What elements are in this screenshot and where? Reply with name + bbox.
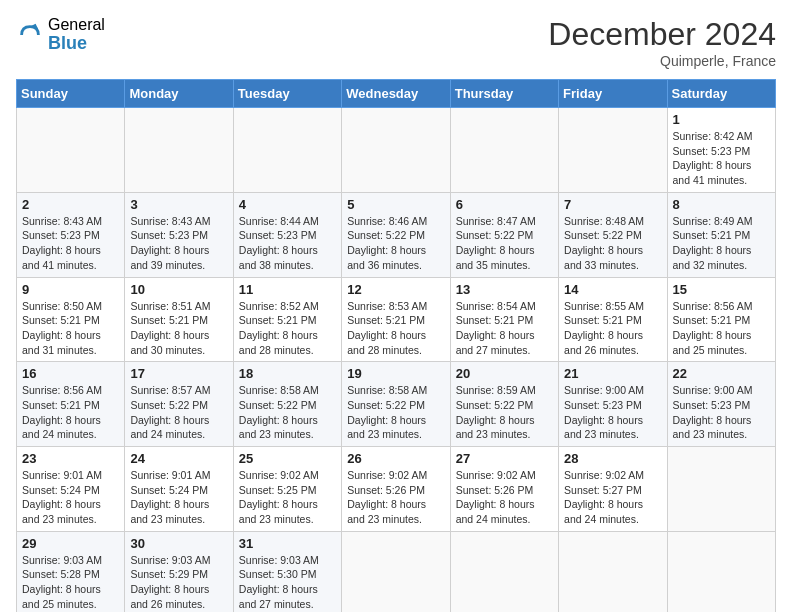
- sunrise-text: Sunrise: 9:02 AM: [456, 469, 536, 481]
- day-number: 6: [456, 197, 553, 212]
- sunset-text: Sunset: 5:27 PM: [564, 484, 642, 496]
- day-number: 22: [673, 366, 770, 381]
- daylight-text: Daylight: 8 hours and 32 minutes.: [673, 244, 752, 271]
- sunrise-text: Sunrise: 9:01 AM: [22, 469, 102, 481]
- day-info: Sunrise: 8:48 AM Sunset: 5:22 PM Dayligh…: [564, 214, 661, 273]
- sunset-text: Sunset: 5:24 PM: [22, 484, 100, 496]
- sunrise-text: Sunrise: 9:02 AM: [564, 469, 644, 481]
- day-number: 10: [130, 282, 227, 297]
- sunset-text: Sunset: 5:21 PM: [130, 314, 208, 326]
- day-number: 29: [22, 536, 119, 551]
- day-number: 15: [673, 282, 770, 297]
- day-number: 3: [130, 197, 227, 212]
- day-number: 18: [239, 366, 336, 381]
- sunrise-text: Sunrise: 8:52 AM: [239, 300, 319, 312]
- table-row: 27 Sunrise: 9:02 AM Sunset: 5:26 PM Dayl…: [450, 447, 558, 532]
- sunrise-text: Sunrise: 9:03 AM: [239, 554, 319, 566]
- table-row: 8 Sunrise: 8:49 AM Sunset: 5:21 PM Dayli…: [667, 192, 775, 277]
- logo-general: General: [48, 16, 105, 34]
- daylight-text: Daylight: 8 hours and 23 minutes.: [239, 414, 318, 441]
- sunset-text: Sunset: 5:26 PM: [347, 484, 425, 496]
- sunset-text: Sunset: 5:22 PM: [564, 229, 642, 241]
- table-row: 21 Sunrise: 9:00 AM Sunset: 5:23 PM Dayl…: [559, 362, 667, 447]
- daylight-text: Daylight: 8 hours and 36 minutes.: [347, 244, 426, 271]
- sunrise-text: Sunrise: 8:53 AM: [347, 300, 427, 312]
- table-row: 10 Sunrise: 8:51 AM Sunset: 5:21 PM Dayl…: [125, 277, 233, 362]
- table-row: 18 Sunrise: 8:58 AM Sunset: 5:22 PM Dayl…: [233, 362, 341, 447]
- location-subtitle: Quimperle, France: [548, 53, 776, 69]
- col-saturday: Saturday: [667, 80, 775, 108]
- table-row: [667, 531, 775, 612]
- daylight-text: Daylight: 8 hours and 41 minutes.: [673, 159, 752, 186]
- daylight-text: Daylight: 8 hours and 24 minutes.: [22, 414, 101, 441]
- daylight-text: Daylight: 8 hours and 39 minutes.: [130, 244, 209, 271]
- table-row: 12 Sunrise: 8:53 AM Sunset: 5:21 PM Dayl…: [342, 277, 450, 362]
- sunrise-text: Sunrise: 9:01 AM: [130, 469, 210, 481]
- sunset-text: Sunset: 5:25 PM: [239, 484, 317, 496]
- daylight-text: Daylight: 8 hours and 27 minutes.: [239, 583, 318, 610]
- table-row: 3 Sunrise: 8:43 AM Sunset: 5:23 PM Dayli…: [125, 192, 233, 277]
- sunrise-text: Sunrise: 8:50 AM: [22, 300, 102, 312]
- table-row: 23 Sunrise: 9:01 AM Sunset: 5:24 PM Dayl…: [17, 447, 125, 532]
- daylight-text: Daylight: 8 hours and 30 minutes.: [130, 329, 209, 356]
- daylight-text: Daylight: 8 hours and 38 minutes.: [239, 244, 318, 271]
- sunset-text: Sunset: 5:21 PM: [22, 399, 100, 411]
- table-row: 25 Sunrise: 9:02 AM Sunset: 5:25 PM Dayl…: [233, 447, 341, 532]
- day-info: Sunrise: 9:02 AM Sunset: 5:25 PM Dayligh…: [239, 468, 336, 527]
- sunrise-text: Sunrise: 9:00 AM: [564, 384, 644, 396]
- table-row: 5 Sunrise: 8:46 AM Sunset: 5:22 PM Dayli…: [342, 192, 450, 277]
- sunrise-text: Sunrise: 8:44 AM: [239, 215, 319, 227]
- daylight-text: Daylight: 8 hours and 23 minutes.: [22, 498, 101, 525]
- calendar-table: Sunday Monday Tuesday Wednesday Thursday…: [16, 79, 776, 612]
- sunrise-text: Sunrise: 9:02 AM: [347, 469, 427, 481]
- sunrise-text: Sunrise: 8:55 AM: [564, 300, 644, 312]
- day-info: Sunrise: 8:43 AM Sunset: 5:23 PM Dayligh…: [130, 214, 227, 273]
- day-info: Sunrise: 8:47 AM Sunset: 5:22 PM Dayligh…: [456, 214, 553, 273]
- calendar-week-row: 1 Sunrise: 8:42 AM Sunset: 5:23 PM Dayli…: [17, 108, 776, 193]
- daylight-text: Daylight: 8 hours and 23 minutes.: [239, 498, 318, 525]
- day-info: Sunrise: 9:03 AM Sunset: 5:28 PM Dayligh…: [22, 553, 119, 612]
- day-number: 30: [130, 536, 227, 551]
- day-info: Sunrise: 9:01 AM Sunset: 5:24 PM Dayligh…: [22, 468, 119, 527]
- sunset-text: Sunset: 5:22 PM: [239, 399, 317, 411]
- daylight-text: Daylight: 8 hours and 41 minutes.: [22, 244, 101, 271]
- day-info: Sunrise: 8:58 AM Sunset: 5:22 PM Dayligh…: [239, 383, 336, 442]
- day-info: Sunrise: 9:03 AM Sunset: 5:29 PM Dayligh…: [130, 553, 227, 612]
- daylight-text: Daylight: 8 hours and 33 minutes.: [564, 244, 643, 271]
- table-row: [342, 531, 450, 612]
- sunset-text: Sunset: 5:26 PM: [456, 484, 534, 496]
- table-row: 31 Sunrise: 9:03 AM Sunset: 5:30 PM Dayl…: [233, 531, 341, 612]
- day-number: 24: [130, 451, 227, 466]
- day-info: Sunrise: 8:58 AM Sunset: 5:22 PM Dayligh…: [347, 383, 444, 442]
- table-row: [233, 108, 341, 193]
- table-row: 11 Sunrise: 8:52 AM Sunset: 5:21 PM Dayl…: [233, 277, 341, 362]
- daylight-text: Daylight: 8 hours and 28 minutes.: [239, 329, 318, 356]
- sunrise-text: Sunrise: 9:00 AM: [673, 384, 753, 396]
- day-info: Sunrise: 8:49 AM Sunset: 5:21 PM Dayligh…: [673, 214, 770, 273]
- sunset-text: Sunset: 5:23 PM: [673, 399, 751, 411]
- daylight-text: Daylight: 8 hours and 23 minutes.: [347, 414, 426, 441]
- sunrise-text: Sunrise: 8:56 AM: [22, 384, 102, 396]
- calendar-week-row: 9 Sunrise: 8:50 AM Sunset: 5:21 PM Dayli…: [17, 277, 776, 362]
- daylight-text: Daylight: 8 hours and 26 minutes.: [564, 329, 643, 356]
- day-number: 11: [239, 282, 336, 297]
- day-info: Sunrise: 9:01 AM Sunset: 5:24 PM Dayligh…: [130, 468, 227, 527]
- table-row: 7 Sunrise: 8:48 AM Sunset: 5:22 PM Dayli…: [559, 192, 667, 277]
- table-row: 16 Sunrise: 8:56 AM Sunset: 5:21 PM Dayl…: [17, 362, 125, 447]
- calendar-week-row: 29 Sunrise: 9:03 AM Sunset: 5:28 PM Dayl…: [17, 531, 776, 612]
- table-row: 20 Sunrise: 8:59 AM Sunset: 5:22 PM Dayl…: [450, 362, 558, 447]
- logo-blue: Blue: [48, 34, 105, 54]
- day-number: 13: [456, 282, 553, 297]
- table-row: [17, 108, 125, 193]
- sunrise-text: Sunrise: 8:54 AM: [456, 300, 536, 312]
- table-row: 13 Sunrise: 8:54 AM Sunset: 5:21 PM Dayl…: [450, 277, 558, 362]
- day-info: Sunrise: 9:00 AM Sunset: 5:23 PM Dayligh…: [564, 383, 661, 442]
- sunrise-text: Sunrise: 9:03 AM: [130, 554, 210, 566]
- day-info: Sunrise: 9:02 AM Sunset: 5:26 PM Dayligh…: [347, 468, 444, 527]
- day-info: Sunrise: 9:02 AM Sunset: 5:26 PM Dayligh…: [456, 468, 553, 527]
- day-info: Sunrise: 8:52 AM Sunset: 5:21 PM Dayligh…: [239, 299, 336, 358]
- table-row: 19 Sunrise: 8:58 AM Sunset: 5:22 PM Dayl…: [342, 362, 450, 447]
- day-number: 17: [130, 366, 227, 381]
- day-info: Sunrise: 8:56 AM Sunset: 5:21 PM Dayligh…: [22, 383, 119, 442]
- daylight-text: Daylight: 8 hours and 24 minutes.: [564, 498, 643, 525]
